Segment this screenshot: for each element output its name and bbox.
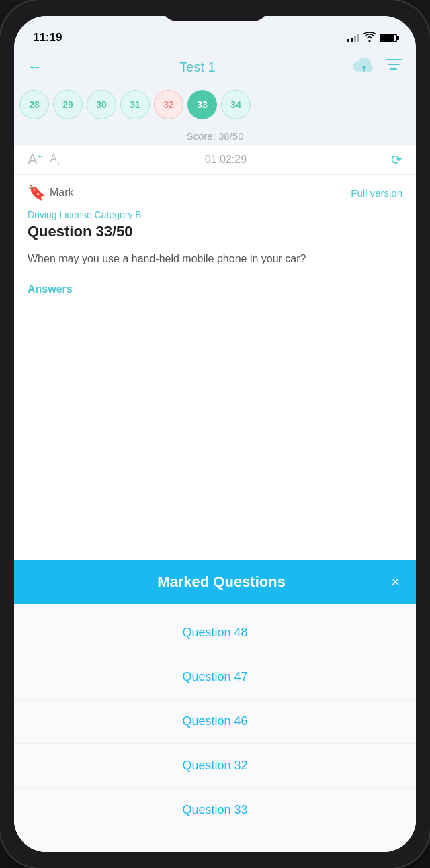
app-content: ← Test 1 bbox=[14, 51, 416, 852]
marked-question-link: Question 46 bbox=[182, 714, 247, 728]
answers-label: Answers bbox=[28, 283, 402, 295]
wifi-icon bbox=[363, 32, 376, 44]
marked-question-link: Question 33 bbox=[182, 803, 247, 816]
mark-button[interactable]: 🔖 Mark bbox=[28, 184, 74, 201]
modal-header: Marked Questions × bbox=[14, 560, 416, 604]
font-controls: A+ A↓ bbox=[28, 151, 60, 168]
refresh-button[interactable]: ⟳ bbox=[391, 152, 402, 168]
mark-row: 🔖 Mark Full version bbox=[28, 184, 402, 201]
modal-body: Question 48 Question 47 Question 46 Ques… bbox=[14, 604, 416, 852]
marked-question-item[interactable]: Question 48 bbox=[14, 611, 416, 655]
question-text: When may you use a hand-held mobile phon… bbox=[28, 251, 402, 267]
marked-question-item[interactable]: Question 32 bbox=[14, 744, 416, 788]
back-button[interactable]: ← bbox=[28, 58, 42, 76]
battery-icon bbox=[380, 34, 397, 42]
bookmark-icon: 🔖 bbox=[28, 184, 46, 201]
marked-question-item[interactable]: Question 46 bbox=[14, 700, 416, 744]
q-bubble-30[interactable]: 30 bbox=[87, 90, 116, 119]
q-bubble-31[interactable]: 31 bbox=[120, 90, 150, 119]
header: ← Test 1 bbox=[14, 51, 416, 83]
status-time: 11:19 bbox=[33, 31, 62, 44]
score-text: Score: 38/50 bbox=[186, 130, 243, 142]
font-timer-row: A+ A↓ 01:02:29 ⟳ bbox=[14, 146, 416, 175]
font-increase-button[interactable]: A+ bbox=[28, 151, 42, 168]
q-bubble-32[interactable]: 32 bbox=[154, 90, 183, 119]
full-version-button[interactable]: Full version bbox=[351, 187, 402, 199]
modal-title: Marked Questions bbox=[52, 573, 391, 591]
q-bubble-34[interactable]: 34 bbox=[221, 90, 251, 119]
filter-icon[interactable] bbox=[385, 56, 402, 78]
marked-questions-modal: Marked Questions × Question 48 Question … bbox=[14, 560, 416, 852]
marked-question-link: Question 47 bbox=[182, 670, 247, 683]
marked-question-item[interactable]: Question 33 bbox=[14, 788, 416, 832]
cloud-icon[interactable] bbox=[353, 56, 376, 78]
question-number: Question 33/50 bbox=[28, 223, 402, 240]
category-label: Driving License Category B bbox=[28, 209, 402, 220]
marked-question-link: Question 48 bbox=[182, 626, 247, 639]
font-decrease-button[interactable]: A↓ bbox=[50, 153, 60, 166]
header-title: Test 1 bbox=[179, 60, 215, 75]
marked-question-item[interactable]: Question 47 bbox=[14, 655, 416, 700]
question-nav: 28 29 30 31 32 33 34 bbox=[14, 83, 416, 126]
header-actions bbox=[353, 56, 402, 78]
score-row: Score: 38/50 bbox=[14, 126, 416, 146]
q-bubble-28[interactable]: 28 bbox=[19, 90, 49, 119]
status-icons bbox=[347, 32, 397, 44]
signal-icon bbox=[347, 34, 359, 42]
q-bubble-33[interactable]: 33 bbox=[187, 90, 217, 119]
marked-question-link: Question 32 bbox=[182, 759, 247, 772]
modal-close-button[interactable]: × bbox=[391, 573, 400, 591]
q-bubble-29[interactable]: 29 bbox=[53, 90, 83, 119]
mark-label: Mark bbox=[50, 187, 74, 199]
timer-display: 01:02:29 bbox=[205, 154, 247, 166]
